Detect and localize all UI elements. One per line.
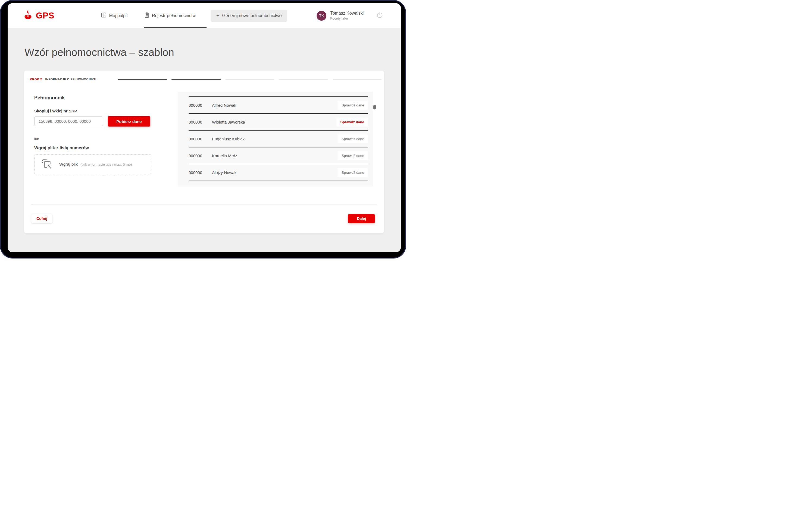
- nav-moj-pulpit[interactable]: Mój pulpit: [101, 3, 127, 28]
- user-name: Tomasz Kowalski: [330, 11, 364, 16]
- device-frame: GPS Mój pulpit: [0, 0, 406, 258]
- step-indicator: KROK 2 INFORMACJE O PEŁNOMOCNIKU: [30, 78, 96, 81]
- table-row: 000000 Eugeniusz Kubiak Sprawdź dane: [188, 130, 368, 147]
- generate-power-of-attorney-button[interactable]: + Generuj nowe pełnomocnictwo: [211, 10, 287, 22]
- row-number: 000000: [188, 120, 212, 124]
- check-data-button[interactable]: Sprawdź dane: [338, 168, 368, 177]
- scrollbar-thumb[interactable]: [373, 105, 376, 110]
- back-button[interactable]: Cofnij: [31, 214, 53, 223]
- upload-button-label: Wgraj plik: [59, 162, 78, 167]
- row-name: Wioletta Jaworska: [212, 120, 337, 124]
- upload-hint: (plik w formacie .xls / max. 5 mb): [81, 162, 132, 166]
- generate-button-label: Generuj nowe pełnomocnictwo: [222, 13, 282, 18]
- row-number: 000000: [188, 103, 212, 108]
- section-title: Pełnomocnik: [34, 95, 65, 101]
- santander-flame-icon: [23, 10, 33, 21]
- progress-segment: [332, 79, 381, 80]
- table-row: 000000 Kornelia Mróz Sprawdź dane: [188, 147, 368, 164]
- list-bottom-line: [188, 181, 368, 181]
- representatives-list: 000000 Alfred Nowak Sprawdź dane 000000 …: [178, 92, 376, 186]
- user-role: Koordynator: [330, 17, 364, 20]
- skp-label: Skopiuj i wklej nr SKP: [34, 109, 77, 113]
- scrollbar-track: [373, 92, 376, 186]
- footer-divider: [31, 204, 377, 205]
- main-nav: Mój pulpit Rejestr pełnomocnictw: [101, 3, 195, 28]
- check-data-button[interactable]: Sprawdź dane: [338, 101, 368, 110]
- progress-segment: [225, 79, 274, 80]
- row-number: 000000: [188, 136, 212, 141]
- step-title: INFORMACJE O PEŁNOMOCNIKU: [46, 78, 96, 81]
- wizard-card: KROK 2 INFORMACJE O PEŁNOMOCNIKU Pełnomo…: [24, 70, 384, 233]
- check-data-button[interactable]: Sprawdź dane: [337, 118, 368, 126]
- row-name: Kornelia Mróz: [212, 153, 338, 158]
- dashboard-icon: [101, 12, 106, 19]
- user-menu[interactable]: TK Tomasz Kowalski Koordynator: [317, 11, 364, 21]
- app-window: GPS Mój pulpit: [8, 3, 401, 252]
- avatar: TK: [317, 11, 326, 21]
- skp-input[interactable]: [34, 116, 103, 126]
- next-button[interactable]: Dalej: [348, 214, 375, 223]
- or-label: lub: [34, 137, 39, 141]
- file-upload-dropzone[interactable]: Wgraj plik (plik w formacie .xls / max. …: [34, 154, 151, 174]
- brand-logo[interactable]: GPS: [23, 10, 54, 21]
- app-name: GPS: [36, 11, 54, 21]
- table-row: 000000 Alojzy Nowak Sprawdź dane: [188, 164, 368, 181]
- upload-file-icon: [41, 159, 53, 170]
- row-name: Alojzy Nowak: [212, 170, 338, 175]
- logout-button[interactable]: [376, 11, 383, 20]
- fetch-data-button[interactable]: Pobierz dane: [108, 116, 150, 126]
- row-name: Eugeniusz Kubiak: [212, 136, 338, 141]
- table-row: 000000 Alfred Nowak Sprawdź dane: [188, 96, 368, 113]
- plus-icon: +: [216, 13, 220, 19]
- top-bar: GPS Mój pulpit: [8, 3, 401, 28]
- clipboard-icon: [145, 12, 149, 19]
- page-title: Wzór pełnomocnictwa – szablon: [25, 47, 174, 58]
- power-icon: [376, 11, 383, 20]
- progress-segment: [118, 79, 167, 80]
- progress-segment: [279, 79, 328, 80]
- row-number: 000000: [188, 153, 212, 158]
- progress-bars: [118, 79, 381, 80]
- upload-section-title: Wgraj plik z listą numerów: [34, 146, 89, 150]
- step-number: KROK 2: [30, 78, 42, 81]
- nav-rejestr-pelnomocnictw[interactable]: Rejestr pełnomocnictw: [145, 3, 196, 28]
- nav-label: Rejestr pełnomocnictw: [152, 13, 196, 18]
- representatives-rows: 000000 Alfred Nowak Sprawdź dane 000000 …: [178, 92, 376, 181]
- nav-label: Mój pulpit: [109, 13, 127, 18]
- row-number: 000000: [188, 170, 212, 175]
- progress-segment: [172, 79, 221, 80]
- table-row: 000000 Wioletta Jaworska Sprawdź dane: [188, 113, 368, 130]
- check-data-button[interactable]: Sprawdź dane: [338, 151, 368, 160]
- row-name: Alfred Nowak: [212, 103, 338, 108]
- check-data-button[interactable]: Sprawdź dane: [338, 134, 368, 143]
